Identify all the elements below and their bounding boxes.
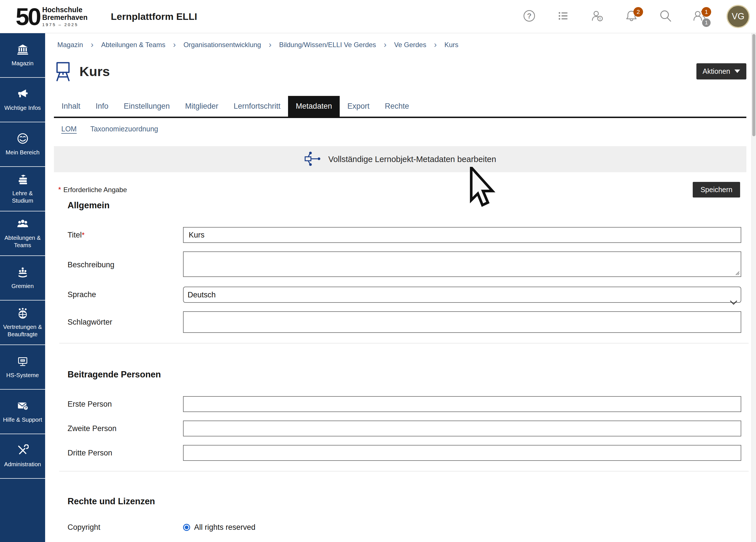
save-button[interactable]: Speichern	[693, 182, 740, 198]
sidebar-item-wichtige-infos[interactable]: Wichtige Infos	[0, 78, 45, 122]
sidebar-item-hilfe-support[interactable]: ? Hilfe & Support	[0, 390, 45, 434]
breadcrumb-item[interactable]: Magazin	[57, 41, 83, 49]
logo-50-mark: 50	[16, 6, 40, 27]
zweite-person-control	[183, 421, 741, 436]
sidebar-item-vertretungen-beauftragte[interactable]: Vertretungen & Beauftragte	[0, 301, 45, 345]
actions-button[interactable]: Aktionen	[696, 63, 746, 79]
titel-input[interactable]	[183, 227, 741, 243]
chevron-right-icon: ›	[434, 41, 437, 49]
monitor-icon	[17, 355, 29, 368]
globe-people-icon	[17, 307, 29, 320]
breadcrumb-item[interactable]: Ve Gerdes	[394, 41, 426, 49]
sidebar-item-magazin[interactable]: Magazin	[0, 33, 45, 78]
field-row-schlagwoerter: Schlagwörter	[54, 311, 743, 333]
sidebar-item-label: Wichtige Infos	[4, 104, 41, 112]
sprache-select[interactable]: Deutsch	[183, 287, 741, 303]
field-row-titel: Titel*	[54, 227, 743, 243]
copyright-radio-selected[interactable]	[183, 524, 190, 531]
sidebar-item-label: Mein Bereich	[6, 149, 40, 156]
breadcrumb-item-current[interactable]: Kurs	[444, 41, 458, 49]
main-content: Magazin › Abteilungen & Teams › Organisa…	[45, 33, 751, 542]
edit-full-metadata-label: Vollständige Lernobjekt-Metadaten bearbe…	[328, 155, 496, 164]
sidebar-item-administration[interactable]: Administration	[0, 434, 45, 479]
subtab-lom[interactable]: LOM	[61, 125, 77, 133]
sprache-select-wrap: Deutsch	[183, 293, 741, 298]
search-button[interactable]	[658, 9, 673, 24]
vertical-scrollbar[interactable]	[751, 33, 756, 542]
scrollbar-thumb[interactable]	[752, 34, 755, 136]
schlagwoerter-label: Schlagwörter	[54, 318, 183, 327]
breadcrumb: Magazin › Abteilungen & Teams › Organisa…	[45, 33, 751, 49]
tab-inhalt[interactable]: Inhalt	[54, 96, 88, 117]
edit-full-metadata-banner[interactable]: Vollständige Lernobjekt-Metadaten bearbe…	[54, 146, 746, 172]
help-button[interactable]: ?	[522, 9, 536, 24]
schlagwoerter-control	[183, 311, 741, 333]
tab-info[interactable]: Info	[88, 96, 116, 117]
subtab-bar: LOM Taxonomiezuordnung	[61, 125, 746, 133]
subtab-taxonomiezuordnung[interactable]: Taxonomiezuordnung	[90, 125, 158, 133]
svg-text:?: ?	[25, 406, 27, 410]
copyright-label: Copyright	[54, 523, 183, 532]
beschreibung-textarea[interactable]	[183, 251, 741, 277]
breadcrumb-item[interactable]: Organisationsentwicklung	[183, 41, 261, 49]
logo-name-line2: Bremerhaven	[42, 14, 88, 21]
breadcrumb-item[interactable]: Abteilungen & Teams	[101, 41, 165, 49]
copyright-option-label: All rights reserved	[194, 523, 255, 532]
tab-export[interactable]: Export	[340, 96, 377, 117]
zweite-person-input[interactable]	[183, 421, 741, 436]
sidebar-item-lehre-studium[interactable]: Lehre & Studium	[0, 167, 45, 211]
svg-text:?: ?	[527, 12, 532, 20]
required-asterisk: *	[82, 231, 85, 239]
chevron-right-icon: ›	[173, 41, 176, 49]
user-status-icon: !	[591, 9, 604, 24]
sidebar-item-abteilungen-teams[interactable]: Abteilungen & Teams	[0, 211, 45, 256]
sidebar-item-label: Gremien	[11, 282, 34, 290]
tools-icon	[17, 444, 29, 457]
zweite-person-label: Zweite Person	[54, 424, 183, 433]
dritte-person-input[interactable]	[183, 445, 741, 461]
hs-bremerhaven-logo[interactable]: 50 Hochschule Bremerhaven 1975 – 2025	[16, 6, 87, 27]
smiley-icon	[17, 133, 29, 146]
sidebar-item-label: Hilfe & Support	[3, 416, 42, 423]
notifications-badge: 2	[633, 7, 643, 17]
sidebar-item-label: HS-Systeme	[6, 371, 39, 379]
erste-person-input[interactable]	[183, 396, 741, 412]
logo-text: Hochschule Bremerhaven 1975 – 2025	[42, 6, 88, 27]
page-title: Kurs	[79, 64, 110, 79]
screen: 50 Hochschule Bremerhaven 1975 – 2025 Le…	[0, 0, 756, 542]
copyright-control: All rights reserved	[183, 523, 741, 532]
contacts-badge: 1	[702, 7, 711, 17]
titel-control	[183, 227, 741, 243]
app-title: Lernplattform ELLI	[111, 11, 197, 22]
tab-einstellungen[interactable]: Einstellungen	[116, 96, 177, 117]
tab-mitglieder[interactable]: Mitglieder	[177, 96, 226, 117]
sidebar-item-hs-systeme[interactable]: HS-Systeme	[0, 345, 45, 390]
dritte-person-control	[183, 445, 741, 461]
svg-text:!: !	[599, 16, 601, 21]
section-divider	[59, 343, 749, 343]
contacts-button[interactable]: 1 1	[692, 9, 707, 24]
page-title-row: Kurs Aktionen	[54, 61, 746, 82]
field-row-erste-person: Erste Person	[54, 396, 743, 412]
share-nodes-icon	[304, 151, 321, 167]
field-row-copyright: Copyright All rights reserved	[54, 523, 743, 532]
sidebar-item-gremien[interactable]: Gremien	[0, 256, 45, 301]
erste-person-control	[183, 396, 741, 412]
main-sidebar: Magazin Wichtige Infos	[0, 33, 45, 542]
tab-lernfortschritt[interactable]: Lernfortschritt	[226, 96, 288, 117]
notifications-button[interactable]: 2	[624, 9, 639, 24]
sidebar-item-mein-bereich[interactable]: Mein Bereich	[0, 122, 45, 167]
breadcrumb-item[interactable]: Bildung/Wissen/ELLI Ve Gerdes	[279, 41, 376, 49]
tab-metadaten[interactable]: Metadaten	[288, 96, 340, 117]
actions-button-label: Aktionen	[703, 67, 730, 75]
schlagwoerter-input[interactable]	[183, 311, 741, 333]
megaphone-icon	[17, 88, 29, 101]
titel-label: Titel*	[54, 231, 183, 240]
chevron-right-icon: ›	[384, 41, 387, 49]
tab-rechte[interactable]: Rechte	[377, 96, 417, 117]
envelope-question-icon: ?	[17, 400, 29, 413]
online-status-button[interactable]: !	[590, 9, 604, 24]
avatar[interactable]: VG	[726, 5, 750, 28]
lists-button[interactable]	[556, 9, 570, 24]
list-icon	[557, 9, 570, 24]
